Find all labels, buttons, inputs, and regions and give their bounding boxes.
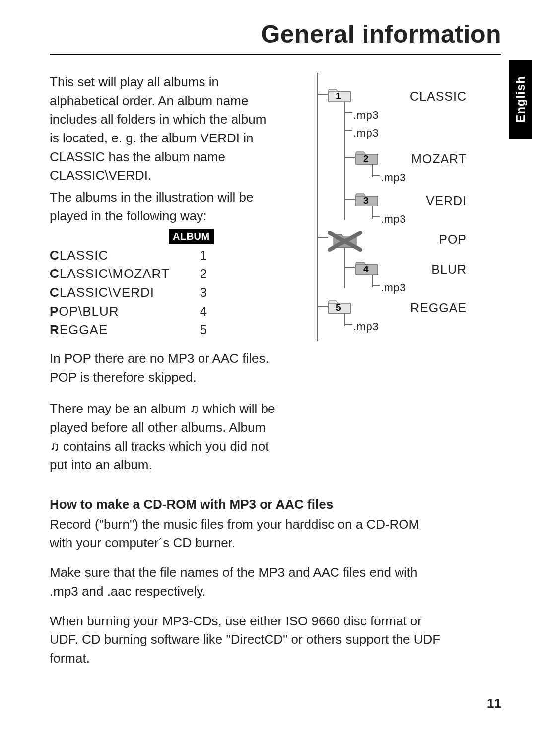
tree-file-label: .mp3 bbox=[353, 320, 379, 333]
folder-skipped-icon bbox=[328, 231, 362, 254]
album-badge: ALBUM bbox=[169, 229, 214, 244]
tree-folder-label: POP bbox=[397, 232, 467, 247]
tree-folder-label: BLUR bbox=[397, 262, 467, 276]
music-note-icon: ♫ bbox=[190, 401, 200, 416]
paragraph-4: There may be an album ♫ which will be pl… bbox=[50, 400, 278, 475]
folder-icon: 5 bbox=[328, 299, 351, 314]
tree-file-label: .mp3 bbox=[381, 281, 406, 294]
album-row: CLASSIC 1 bbox=[50, 246, 278, 265]
paragraph-2: The albums in the illustration will be p… bbox=[50, 188, 278, 225]
tree-folder-label: MOZART bbox=[397, 152, 467, 166]
album-row: CLASSIC\MOZART 2 bbox=[50, 265, 278, 283]
paragraph-1: This set will play all albums in alphabe… bbox=[50, 73, 278, 185]
tree-file-label: .mp3 bbox=[353, 109, 379, 122]
lower-p1: Record ("burn") the music files from you… bbox=[50, 515, 442, 552]
lower-section: How to make a CD-ROM with MP3 or AAC fil… bbox=[50, 495, 442, 668]
album-row: CLASSIC\VERDI 3 bbox=[50, 283, 278, 302]
folder-icon: 3 bbox=[355, 192, 379, 207]
language-tab-label: English bbox=[514, 76, 528, 123]
tree-file-label: .mp3 bbox=[381, 171, 406, 184]
folder-icon: 1 bbox=[328, 88, 351, 103]
album-header: ALBUM bbox=[50, 229, 278, 244]
folder-icon: 4 bbox=[355, 261, 379, 275]
paragraph-3: In POP there are no MP3 or AAC files. PO… bbox=[50, 349, 278, 387]
title-rule bbox=[50, 54, 501, 55]
tree-file-label: .mp3 bbox=[381, 213, 406, 226]
album-table: CLASSIC 1 CLASSIC\MOZART 2 CLASSIC\VERDI… bbox=[50, 246, 278, 340]
album-row: REGGAE 5 bbox=[50, 321, 278, 340]
language-tab: English bbox=[509, 60, 532, 139]
album-row: POP\BLUR 4 bbox=[50, 302, 278, 321]
music-note-icon: ♫ bbox=[50, 439, 60, 454]
page-number: 11 bbox=[487, 696, 501, 711]
subheading: How to make a CD-ROM with MP3 or AAC fil… bbox=[50, 495, 442, 514]
lower-p2: Make sure that the file names of the MP3… bbox=[50, 563, 442, 601]
tree-folder-label: CLASSIC bbox=[397, 89, 467, 104]
left-column: This set will play all albums in alphabe… bbox=[50, 73, 278, 478]
page-title: General information bbox=[50, 20, 501, 49]
tree-folder-label: REGGAE bbox=[397, 301, 467, 315]
folder-icon: 2 bbox=[355, 150, 379, 165]
lower-p3: When burning your MP3-CDs, use either IS… bbox=[50, 612, 442, 668]
tree-file-label: .mp3 bbox=[353, 127, 379, 139]
tree-folder-label: VERDI bbox=[397, 194, 467, 208]
